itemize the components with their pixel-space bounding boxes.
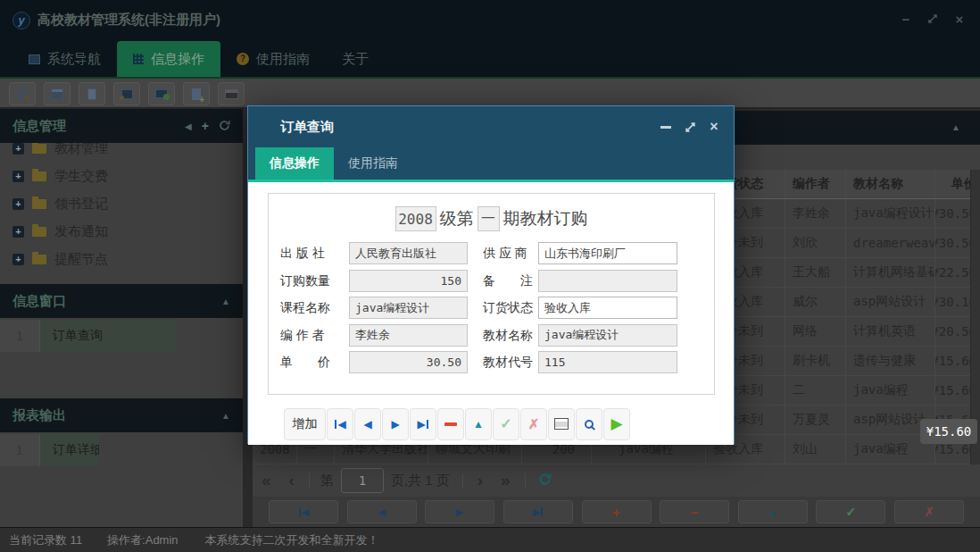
print-icon — [554, 418, 569, 430]
collapse-up-icon[interactable]: ▲ — [221, 297, 230, 306]
add-icon: + — [612, 505, 620, 520]
dialog-titlebar[interactable]: 订单查询 × — [248, 106, 734, 147]
tree-item-label: 学生交费 — [54, 168, 108, 185]
field-input-right1[interactable] — [538, 270, 677, 292]
dialog-up-button[interactable]: ▲ — [465, 408, 492, 440]
menu-item-信息操作[interactable]: 信息操作 — [117, 41, 220, 77]
price-tooltip: ¥15.60 — [920, 419, 977, 444]
record-nav-toolbar: ◀◀▶▶+−▲✓✗ — [253, 497, 980, 527]
page-number-input[interactable] — [341, 468, 384, 493]
folder-icon — [32, 144, 46, 154]
tree-item-提醒节点[interactable]: +提醒节点 — [0, 246, 243, 273]
collapse-up-icon[interactable]: ▲ — [951, 122, 960, 132]
dialog-add-button[interactable]: 增加 — [284, 408, 326, 440]
toolbar-button-presenter-icon[interactable] — [113, 82, 140, 105]
grid-cell: 遗传与健康 — [846, 347, 935, 375]
page-prev-button[interactable]: ‹ — [280, 471, 303, 490]
menu-item-系统导航[interactable]: 系统导航 — [12, 41, 117, 77]
add-icon[interactable]: + — [202, 121, 209, 130]
statusbar: 当前记录数 11 操作者:Admin 本系统支持二次开发和全新开发！ — [0, 527, 980, 552]
toolbar-button-document-icon[interactable] — [79, 82, 105, 105]
dialog-maximize-button[interactable] — [683, 120, 697, 134]
tree-item-领书登记[interactable]: +领书登记 — [0, 190, 243, 218]
expand-plus-icon[interactable]: + — [12, 226, 24, 238]
page-last-button[interactable]: » — [492, 471, 519, 490]
field-label: 教材代号 — [483, 355, 533, 371]
nav-add-button[interactable]: + — [582, 500, 652, 523]
toolbar-button-monitor-icon[interactable] — [148, 82, 175, 105]
field-input-right2[interactable] — [538, 297, 677, 319]
menu-item-使用指南[interactable]: ?使用指南 — [220, 41, 326, 77]
close-button[interactable]: × — [951, 11, 968, 27]
cancel-icon: ✗ — [528, 416, 540, 432]
collapse-up-icon[interactable]: ▲ — [221, 411, 230, 421]
collapse-left-icon[interactable]: ◀ — [185, 121, 192, 131]
order-form: 级第 期教材订购 出 版 社供 应 商订购数量备 注课程名称订货状态编 作 者教… — [268, 193, 715, 395]
year-input[interactable] — [395, 206, 436, 231]
menu-item-关于[interactable]: 关于 — [326, 41, 385, 77]
first-icon: ◀ — [298, 506, 309, 518]
titlebar: y 高校教材管理系统(非注册用户) − × — [0, 0, 980, 41]
dialog-tab-使用指南[interactable]: 使用指南 — [334, 147, 412, 180]
expand-plus-icon[interactable]: + — [12, 171, 24, 182]
grid-icon — [133, 54, 144, 64]
folder-icon — [32, 199, 46, 209]
nav-confirm-button[interactable]: ✓ — [816, 500, 885, 523]
tree-item-label: 领书登记 — [54, 196, 108, 213]
list-icon — [51, 88, 63, 99]
run-icon: ▶ — [610, 414, 622, 433]
grid-cell: 网络 — [785, 317, 846, 346]
tree-item-教材管理[interactable]: +教材管理 — [0, 143, 243, 163]
field-input-right0[interactable] — [538, 242, 677, 264]
term-input[interactable] — [478, 206, 500, 231]
dialog-last-button[interactable]: ▶ — [410, 408, 436, 440]
tree-item-学生交费[interactable]: +学生交费 — [0, 163, 243, 190]
expand-plus-icon[interactable]: + — [12, 198, 24, 210]
refresh-icon[interactable] — [538, 473, 552, 489]
nav-last-button[interactable]: ▶ — [503, 500, 573, 523]
list-item-订单详细[interactable]: 1订单详细 — [0, 434, 243, 466]
dialog-cancel-button[interactable]: ✗ — [520, 408, 547, 440]
grid-cell: asp网站设计 — [846, 288, 935, 316]
last-icon: ▶ — [533, 506, 544, 518]
toolbar-button-window-icon[interactable] — [218, 82, 245, 105]
help-icon: ? — [237, 53, 249, 65]
tree-item-发布通知[interactable]: +发布通知 — [0, 218, 243, 246]
nav-prev-button[interactable]: ◀ — [347, 500, 417, 523]
dialog-run-button[interactable]: ▶ — [603, 408, 630, 440]
dialog-preview-button[interactable] — [576, 408, 602, 440]
field-label: 教材名称 — [483, 328, 533, 344]
dialog-confirm-button[interactable]: ✓ — [493, 408, 519, 440]
dialog-next-button[interactable]: ▶ — [382, 408, 409, 440]
grid-header-cell: 编作者 — [785, 170, 846, 198]
toolbar-button-list-icon[interactable] — [44, 82, 71, 105]
field-input-right3[interactable] — [538, 324, 677, 347]
dialog-prev-button[interactable]: ◀ — [354, 408, 381, 440]
page-next-button[interactable]: › — [469, 471, 492, 490]
dialog-tab-信息操作[interactable]: 信息操作 — [255, 147, 334, 180]
toolbar-button-new-document-icon[interactable] — [183, 82, 210, 105]
dialog-print-button[interactable] — [548, 408, 575, 440]
expand-plus-icon[interactable]: + — [12, 254, 24, 265]
menubar: 系统导航信息操作?使用指南关于 — [0, 41, 980, 77]
list-item-订单查询[interactable]: 1订单查询 — [0, 320, 243, 352]
dialog-remove-button[interactable] — [437, 408, 464, 440]
field-input-right4[interactable] — [538, 351, 677, 373]
minimize-button[interactable]: − — [898, 11, 914, 27]
page-total-label: 页,共 1 页 — [391, 473, 450, 489]
refresh-icon[interactable] — [219, 120, 230, 133]
field-label: 备 注 — [483, 273, 533, 289]
nav-remove-button[interactable]: − — [660, 500, 729, 523]
nav-up-button[interactable]: ▲ — [738, 500, 808, 523]
grid-cell: 万夏灵 — [785, 406, 846, 434]
nav-first-button[interactable]: ◀ — [269, 500, 338, 523]
dialog-minimize-button[interactable] — [659, 120, 673, 134]
dialog-first-button[interactable]: ◀ — [327, 408, 353, 440]
restore-button[interactable] — [925, 11, 941, 27]
expand-plus-icon[interactable]: + — [12, 143, 24, 155]
dialog-close-button[interactable]: × — [707, 120, 721, 134]
toolbar-button-search-icon[interactable] — [9, 82, 36, 105]
nav-next-button[interactable]: ▶ — [425, 500, 494, 523]
nav-cancel-button[interactable]: ✗ — [894, 500, 964, 523]
page-first-button[interactable]: « — [253, 471, 280, 490]
